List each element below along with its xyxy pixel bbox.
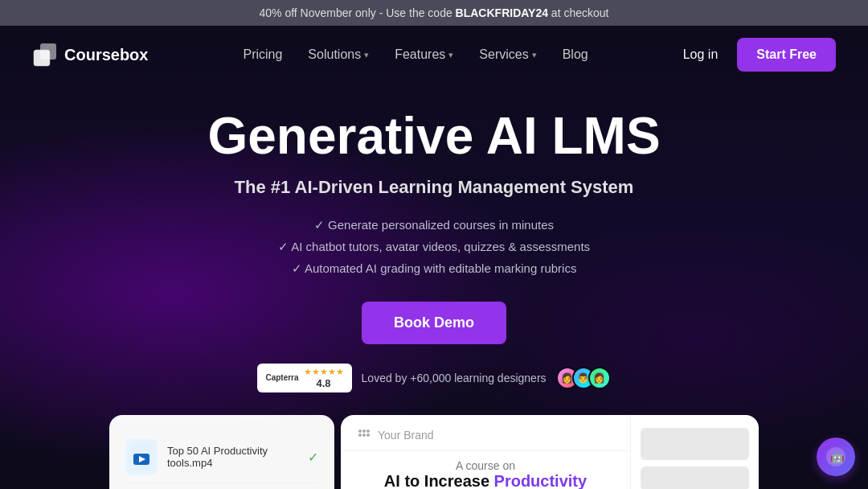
social-proof: Capterra ★★★★★ 4.8 Loved by +60,000 lear…: [16, 364, 852, 392]
svg-point-9: [362, 429, 366, 433]
hero-feature-1: Generate personalized courses in minutes: [16, 214, 852, 236]
book-demo-button[interactable]: Book Demo: [362, 302, 506, 344]
course-subtitle: A course on: [357, 459, 614, 472]
mp4-file-icon: [125, 439, 158, 475]
course-sidebar: [630, 415, 759, 489]
course-header: Your Brand: [341, 415, 630, 451]
hero-section: Generative AI LMS The #1 AI-Driven Learn…: [0, 84, 868, 409]
file-item-1: Top 50 AI Productivity tools.mp4 ✓: [125, 431, 318, 483]
capterra-badge: Capterra ★★★★★ 4.8: [257, 364, 351, 392]
chevron-down-icon: ▾: [448, 50, 453, 60]
logo-icon: [32, 42, 58, 68]
logo-link[interactable]: Coursebox: [32, 42, 148, 68]
chevron-down-icon: ▾: [532, 50, 537, 60]
svg-point-11: [358, 434, 362, 437]
avatar: 👩: [588, 367, 611, 389]
ai-chat-icon: 🤖: [825, 446, 847, 468]
ai-chat-bubble[interactable]: 🤖: [817, 438, 855, 476]
svg-point-13: [366, 434, 370, 437]
navbar: Coursebox Pricing Solutions ▾ Features ▾…: [0, 26, 868, 84]
chevron-down-icon: ▾: [364, 50, 369, 60]
promo-code: BLACKFRIDAY24: [456, 6, 548, 19]
file-item-2: PDF Workplace productivity.pdf ✓: [125, 483, 318, 489]
brand-label: Your Brand: [378, 429, 434, 442]
file-name-1: Top 50 AI Productivity tools.mp4: [167, 445, 298, 469]
nav-actions: Log in Start Free: [683, 38, 836, 72]
nav-item-solutions[interactable]: Solutions ▾: [308, 47, 369, 62]
promotional-banner: 40% off November only - Use the code BLA…: [0, 0, 868, 26]
login-button[interactable]: Log in: [683, 47, 719, 62]
hero-feature-2: AI chatbot tutors, avatar videos, quizze…: [16, 236, 852, 257]
hero-subtitle: The #1 AI-Driven Learning Management Sys…: [16, 177, 852, 198]
brand-icon: [357, 428, 371, 442]
sidebar-item-box-1: [641, 428, 749, 460]
svg-point-12: [362, 434, 366, 437]
course-card: Your Brand A course on AI to Increase Pr…: [341, 415, 759, 489]
banner-suffix: at checkout: [548, 6, 609, 19]
hero-feature-3: Automated AI grading with editable marki…: [16, 257, 852, 279]
nav-item-blog[interactable]: Blog: [563, 47, 588, 62]
loved-by-text: Loved by +60,000 learning designers: [362, 372, 547, 384]
svg-point-8: [358, 429, 362, 433]
nav-item-services[interactable]: Services ▾: [479, 47, 536, 62]
hero-title: Generative AI LMS: [16, 108, 852, 164]
sidebar-item-box-2: [641, 466, 749, 489]
start-free-button[interactable]: Start Free: [737, 38, 836, 72]
banner-text: 40% off November only - Use the code: [260, 6, 456, 19]
nav-item-features[interactable]: Features ▾: [395, 47, 453, 62]
check-icon-1: ✓: [308, 450, 318, 465]
course-main-title: AI to Increase Productivity: [357, 472, 614, 489]
svg-point-10: [366, 429, 370, 433]
svg-text:🤖: 🤖: [830, 450, 845, 464]
hero-features: Generate personalized courses in minutes…: [16, 214, 852, 279]
course-title-area: A course on AI to Increase Productivity: [341, 451, 630, 489]
svg-rect-1: [40, 43, 56, 60]
avatar-group: 👩 👨 👩: [556, 367, 611, 389]
preview-area: Top 50 AI Productivity tools.mp4 ✓ PDF W…: [0, 415, 868, 489]
nav-links: Pricing Solutions ▾ Features ▾ Services …: [243, 47, 588, 62]
logo-text: Coursebox: [64, 46, 148, 64]
upload-card: Top 50 AI Productivity tools.mp4 ✓ PDF W…: [109, 415, 334, 489]
nav-item-pricing[interactable]: Pricing: [243, 47, 282, 62]
